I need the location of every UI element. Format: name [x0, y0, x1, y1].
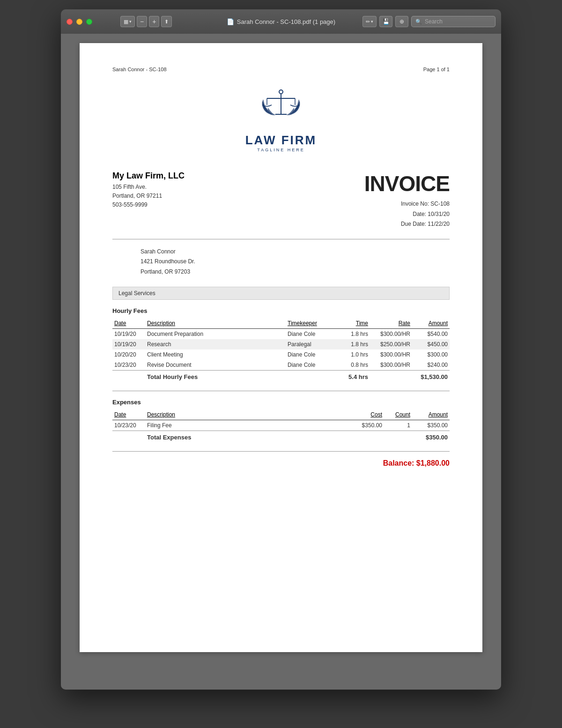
- total-time: 5.4 hrs: [337, 370, 370, 381]
- cell-amount: $450.00: [412, 339, 450, 349]
- pdf-viewer: Sarah Connor - SC-108 Page 1 of 1: [61, 34, 501, 690]
- close-button[interactable]: [67, 19, 73, 25]
- cell-time: 1.8 hrs: [337, 328, 370, 339]
- cell-time: 1.0 hrs: [337, 349, 370, 360]
- annotate-dropdown-icon: ▾: [371, 19, 373, 24]
- firm-tagline: TAGLINE HERE: [257, 148, 304, 152]
- doc-header-right: Page 1 of 1: [423, 67, 450, 72]
- zoom-out-icon: −: [140, 18, 144, 25]
- cell-amount: $350.00: [412, 420, 450, 431]
- cell-timekeeper: Diane Cole: [286, 349, 337, 360]
- search-icon: 🔍: [415, 19, 422, 25]
- titlebar-right: ✏ ▾ 💾 ⊕ 🔍 Search: [362, 16, 495, 27]
- minimize-button[interactable]: [76, 19, 82, 25]
- exp-col-header-count: Count: [384, 409, 412, 420]
- cell-cost: $350.00: [347, 420, 384, 431]
- total-rate-spacer: [370, 370, 412, 381]
- window-title: Sarah Connor - SC-108.pdf (1 page): [237, 18, 335, 25]
- cell-rate: $250.00/HR: [370, 339, 412, 349]
- table-row: 10/19/20 Research Paralegal 1.8 hrs $250…: [112, 339, 450, 349]
- firm-name: My Law Firm, LLC: [112, 171, 185, 181]
- firm-phone: 503-555-9999: [112, 201, 185, 209]
- total-timekeeper-spacer: [286, 370, 337, 381]
- hourly-fees-total-row: Total Hourly Fees 5.4 hrs $1,530.00: [112, 370, 450, 381]
- cell-description: Filing Fee: [145, 420, 347, 431]
- total-spacer: [112, 370, 145, 381]
- table-row: 10/20/20 Client Meeting Diane Cole 1.0 h…: [112, 349, 450, 360]
- invoice-info: INVOICE Invoice No: SC-108 Date: 10/31/2…: [364, 171, 450, 230]
- services-section-header: Legal Services: [112, 287, 450, 300]
- expenses-title: Expenses: [112, 399, 450, 406]
- cell-time: 0.8 hrs: [337, 360, 370, 371]
- firm-address2: Portland, OR 97211: [112, 192, 185, 201]
- cell-date: 10/23/20: [112, 420, 145, 431]
- search-bar[interactable]: 🔍 Search: [411, 16, 495, 27]
- invoice-title: INVOICE: [364, 171, 450, 196]
- app-window: ▦ ▾ − + ⬆ 📄 Sarah Connor - SC-108.pdf (1…: [61, 9, 501, 690]
- client-address1: 1421 Roundhouse Dr.: [140, 257, 450, 267]
- table-row: 10/19/20 Document Preparation Diane Cole…: [112, 328, 450, 339]
- total-cost-spacer: [347, 431, 384, 442]
- invoice-date: Date: 10/31/20: [364, 209, 450, 220]
- doc-header-row: Sarah Connor - SC-108 Page 1 of 1: [112, 67, 450, 72]
- balance-label: Balance: $1,880.00: [383, 459, 450, 467]
- cell-description: Research: [145, 339, 286, 349]
- total-label: Total Expenses: [145, 431, 347, 442]
- exp-col-header-date: Date: [112, 409, 145, 420]
- cell-rate: $300.00/HR: [370, 360, 412, 371]
- sidebar-toggle-button[interactable]: ▦ ▾: [120, 16, 135, 27]
- cell-description: Client Meeting: [145, 349, 286, 360]
- col-header-description: Description: [145, 318, 286, 329]
- table-row: 10/23/20 Revise Document Diane Cole 0.8 …: [112, 360, 450, 371]
- share-icon: ⬆: [164, 19, 169, 25]
- doc-header-left: Sarah Connor - SC-108: [112, 67, 167, 72]
- navigate-button[interactable]: ⊕: [395, 16, 408, 27]
- divider-1: [112, 239, 450, 239]
- col-header-date: Date: [112, 318, 145, 329]
- invoice-number: Invoice No: SC-108: [364, 199, 450, 209]
- expenses-table-header-row: Date Description Cost Count Amount: [112, 409, 450, 420]
- save-icon: 💾: [383, 18, 390, 25]
- total-spacer: [112, 431, 145, 442]
- annotate-button[interactable]: ✏ ▾: [362, 16, 377, 27]
- toolbar-tools: ▦ ▾ − + ⬆: [120, 16, 172, 27]
- invoice-details: Invoice No: SC-108 Date: 10/31/20 Due Da…: [364, 199, 450, 230]
- zoom-in-icon: +: [152, 18, 156, 25]
- annotate-icon: ✏: [366, 19, 370, 25]
- sidebar-dropdown-icon: ▾: [129, 19, 132, 24]
- cell-description: Revise Document: [145, 360, 286, 371]
- divider-2: [112, 391, 450, 391]
- svg-point-0: [279, 90, 283, 94]
- col-header-timekeeper: Timekeeper: [286, 318, 337, 329]
- exp-col-header-cost: Cost: [347, 409, 384, 420]
- zoom-in-button[interactable]: +: [149, 16, 159, 27]
- col-header-time: Time: [337, 318, 370, 329]
- hourly-fees-table: Date Description Timekeeper Time Rate Am…: [112, 318, 450, 381]
- sidebar-icon: ▦: [124, 19, 128, 25]
- cell-description: Document Preparation: [145, 328, 286, 339]
- exp-col-header-description: Description: [145, 409, 347, 420]
- zoom-out-button[interactable]: −: [137, 16, 147, 27]
- table-row: 10/23/20 Filing Fee $350.00 1 $350.00: [112, 420, 450, 431]
- total-amount: $350.00: [412, 431, 450, 442]
- maximize-button[interactable]: [86, 19, 92, 25]
- col-header-amount: Amount: [412, 318, 450, 329]
- cell-time: 1.8 hrs: [337, 339, 370, 349]
- hourly-fees-section: Hourly Fees Date Description Timekeeper …: [112, 307, 450, 381]
- search-placeholder: Search: [425, 18, 443, 25]
- cell-rate: $300.00/HR: [370, 349, 412, 360]
- total-label: Total Hourly Fees: [145, 370, 286, 381]
- total-amount: $1,530.00: [412, 370, 450, 381]
- share-button[interactable]: ⬆: [161, 16, 172, 27]
- balance-section: Balance: $1,880.00: [112, 459, 450, 468]
- window-title-center: 📄 Sarah Connor - SC-108.pdf (1 page): [227, 18, 335, 25]
- invoice-due-date: Due Date: 11/22/20: [364, 219, 450, 230]
- law-firm-logo: [258, 82, 304, 130]
- logo-section: LAW FIRM TAGLINE HERE: [112, 82, 450, 152]
- save-button[interactable]: 💾: [379, 16, 392, 27]
- client-name: Sarah Connor: [140, 247, 450, 257]
- cell-rate: $300.00/HR: [370, 328, 412, 339]
- hourly-table-header-row: Date Description Timekeeper Time Rate Am…: [112, 318, 450, 329]
- document-page: Sarah Connor - SC-108 Page 1 of 1: [80, 43, 482, 652]
- cell-timekeeper: Paralegal: [286, 339, 337, 349]
